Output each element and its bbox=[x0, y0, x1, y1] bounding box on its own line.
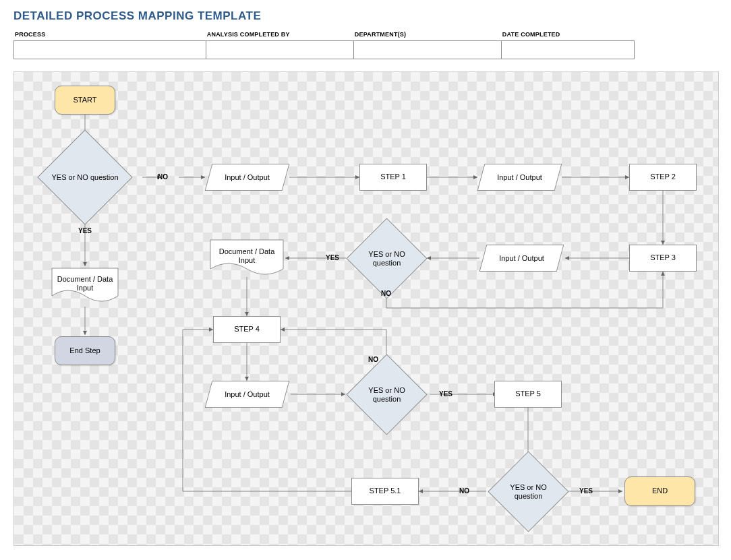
q2-yes-label: YES bbox=[326, 254, 339, 261]
q4-yes-label: YES bbox=[579, 487, 593, 495]
form-header: PROCESS ANALYSIS COMPLETED BY DEPARTMENT… bbox=[13, 30, 634, 59]
analysis-field[interactable] bbox=[206, 40, 354, 59]
decision-q3: YES or NO question bbox=[358, 366, 415, 423]
date-label: DATE COMPLETED bbox=[501, 30, 634, 40]
decision-q1: YES or NO question bbox=[51, 144, 119, 211]
flowchart-canvas: START YES or NO question NO YES Input / … bbox=[13, 71, 719, 546]
io-4: Input / Output bbox=[208, 381, 286, 408]
io-3: Input / Output bbox=[483, 245, 560, 272]
step-2: STEP 2 bbox=[629, 164, 697, 191]
io-2: Input / Output bbox=[481, 164, 558, 191]
step-4: STEP 4 bbox=[213, 316, 281, 343]
page-title: DETAILED PROCESS MAPPING TEMPLATE bbox=[13, 9, 718, 23]
q3-no-label: NO bbox=[368, 356, 378, 363]
end-node: END bbox=[624, 476, 695, 506]
q2-no-label: NO bbox=[381, 290, 391, 297]
step-3: STEP 3 bbox=[629, 245, 697, 272]
document-2: Document / Data Input bbox=[210, 239, 284, 278]
step-1: STEP 1 bbox=[359, 164, 427, 191]
q1-no-label: NO bbox=[158, 173, 168, 181]
analysis-label: ANALYSIS COMPLETED BY bbox=[206, 30, 353, 40]
decision-q2: YES or NO question bbox=[358, 230, 415, 287]
connectors bbox=[14, 72, 718, 545]
q3-yes-label: YES bbox=[439, 390, 452, 398]
step-5-1: STEP 5.1 bbox=[351, 478, 419, 505]
io-1: Input / Output bbox=[208, 164, 286, 191]
process-field[interactable] bbox=[13, 40, 206, 59]
document-1: Document / Data Input bbox=[51, 268, 119, 305]
q1-yes-label: YES bbox=[78, 227, 92, 235]
decision-q4: YES or NO question bbox=[500, 463, 557, 520]
department-field[interactable] bbox=[353, 40, 502, 59]
process-label: PROCESS bbox=[13, 30, 206, 40]
date-field[interactable] bbox=[501, 40, 635, 59]
department-label: DEPARTMENT(S) bbox=[353, 30, 501, 40]
step-5: STEP 5 bbox=[494, 381, 562, 408]
start-node: START bbox=[55, 86, 115, 115]
end-step-node: End Step bbox=[55, 336, 115, 365]
q4-no-label: NO bbox=[459, 487, 469, 495]
